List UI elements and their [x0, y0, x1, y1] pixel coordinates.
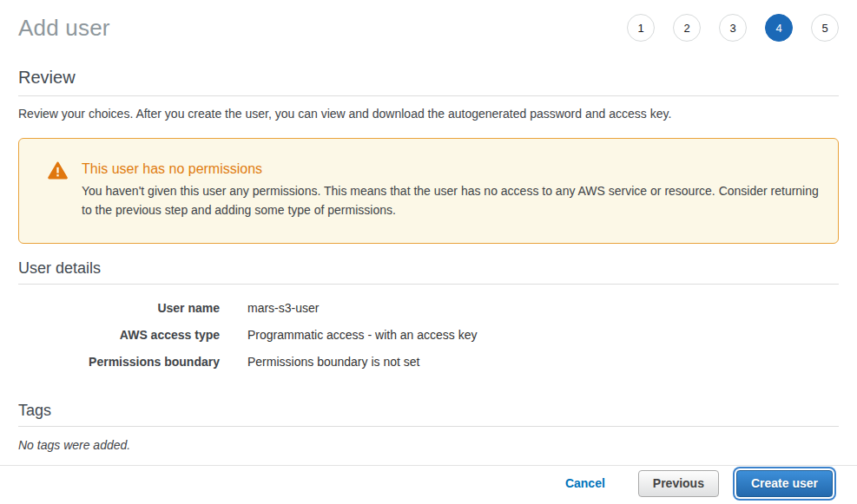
detail-label: AWS access type: [18, 328, 220, 343]
step-circle-2[interactable]: 2: [673, 14, 701, 42]
user-details-table: User name mars-s3-user AWS access type P…: [18, 295, 839, 376]
previous-button[interactable]: Previous: [638, 470, 719, 497]
step-circle-4-active[interactable]: 4: [765, 14, 793, 42]
page-title: Add user: [18, 15, 110, 42]
review-description: Review your choices. After you create th…: [18, 105, 839, 122]
warning-body: You haven't given this user any permissi…: [82, 182, 820, 219]
wizard-footer: Cancel Previous Create user: [0, 465, 857, 504]
detail-row-access-type: AWS access type Programmatic access - wi…: [18, 322, 839, 349]
detail-row-user-name: User name mars-s3-user: [18, 295, 839, 322]
tags-heading: Tags: [18, 402, 839, 427]
detail-label: Permissions boundary: [18, 355, 220, 370]
user-details-heading: User details: [18, 259, 839, 285]
detail-value: mars-s3-user: [220, 301, 319, 316]
step-circle-1[interactable]: 1: [627, 14, 655, 42]
step-circle-5[interactable]: 5: [811, 14, 839, 42]
detail-row-permissions-boundary: Permissions boundary Permissions boundar…: [18, 349, 839, 376]
cancel-link[interactable]: Cancel: [565, 476, 605, 490]
step-indicator: 1 2 3 4 5: [627, 14, 839, 42]
warning-triangle-icon: [48, 161, 68, 183]
no-permissions-warning-box: This user has no permissions You haven't…: [18, 138, 839, 244]
warning-title: This user has no permissions: [82, 160, 820, 179]
tags-empty-message: No tags were added.: [18, 438, 839, 452]
create-user-button[interactable]: Create user: [736, 470, 833, 497]
step-circle-3[interactable]: 3: [719, 14, 747, 42]
review-heading: Review: [18, 68, 839, 96]
detail-label: User name: [18, 301, 220, 316]
detail-value: Programmatic access - with an access key: [220, 328, 478, 343]
wizard-header: Add user 1 2 3 4 5: [0, 0, 857, 42]
detail-value: Permissions boundary is not set: [220, 355, 419, 370]
